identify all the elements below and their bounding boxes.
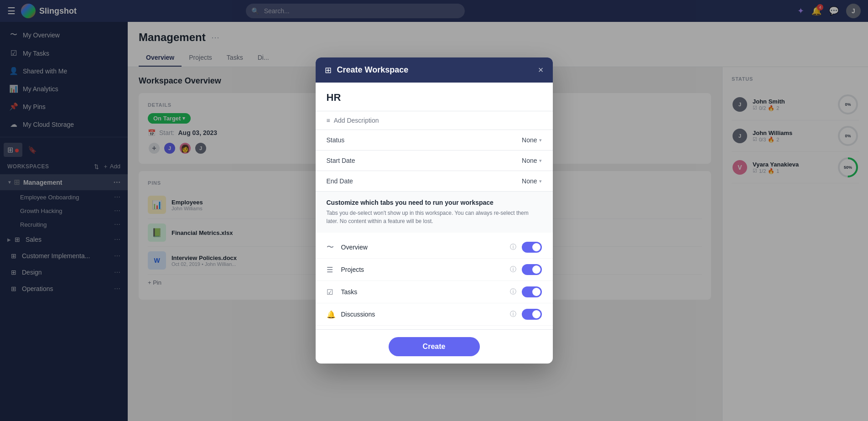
modal-tab-item-discussions: 🔔 Discussions ⓘ <box>316 303 553 326</box>
add-description-label: Add Description <box>334 117 379 124</box>
modal-tabs-section: 〜 Overview ⓘ ☰ Projects ⓘ ☑ Tasks ⓘ <box>316 233 553 329</box>
start-date-field-label: Start Date <box>327 157 522 164</box>
discussions-tab-icon: 🔔 <box>327 310 341 319</box>
overview-toggle[interactable] <box>522 242 542 253</box>
projects-toggle[interactable] <box>522 264 542 275</box>
modal-overlay[interactable]: ⊞ Create Workspace × HR ≡ Add Descriptio… <box>0 0 868 421</box>
customize-desc: Tabs you de-select won't show up in this… <box>327 209 542 225</box>
workspace-name-section: HR <box>316 83 553 111</box>
projects-tab-icon: ☰ <box>327 265 341 274</box>
projects-tab-label: Projects <box>341 266 510 273</box>
overview-tab-icon: 〜 <box>327 243 341 252</box>
start-date-field-value[interactable]: None ▾ <box>522 157 541 164</box>
tasks-tab-label: Tasks <box>341 288 510 296</box>
modal-tab-item-projects: ☰ Projects ⓘ <box>316 259 553 281</box>
modal-footer: Create <box>316 329 553 364</box>
create-workspace-modal: ⊞ Create Workspace × HR ≡ Add Descriptio… <box>316 57 553 364</box>
projects-info-icon[interactable]: ⓘ <box>510 265 516 274</box>
status-field-value[interactable]: None ▾ <box>522 136 541 144</box>
overview-tab-label: Overview <box>341 244 510 251</box>
description-icon: ≡ <box>327 117 330 124</box>
status-caret-icon: ▾ <box>539 137 542 143</box>
modal-title: Create Workspace <box>337 65 533 75</box>
discussions-info-icon[interactable]: ⓘ <box>510 310 516 318</box>
status-field-label: Status <box>327 136 522 144</box>
discussions-toggle[interactable] <box>522 309 542 320</box>
end-date-field: End Date None ▾ <box>316 171 553 192</box>
discussions-tab-label: Discussions <box>341 311 510 318</box>
customize-title: Customize which tabs you need to run you… <box>327 199 542 206</box>
modal-close-button[interactable]: × <box>538 65 544 75</box>
start-date-caret-icon: ▾ <box>539 158 542 164</box>
end-date-field-label: End Date <box>327 177 522 185</box>
modal-tab-item-tasks: ☑ Tasks ⓘ <box>316 281 553 303</box>
tasks-info-icon[interactable]: ⓘ <box>510 288 516 296</box>
workspace-name-input[interactable]: HR <box>327 92 542 104</box>
start-date-value: None <box>522 157 537 164</box>
modal-layers-icon: ⊞ <box>325 65 332 75</box>
modal-body: HR ≡ Add Description Status None ▾ Start… <box>316 83 553 329</box>
add-description-row[interactable]: ≡ Add Description <box>316 111 553 130</box>
start-date-field: Start Date None ▾ <box>316 151 553 171</box>
modal-tab-item-overview: 〜 Overview ⓘ <box>316 236 553 259</box>
overview-info-icon[interactable]: ⓘ <box>510 243 516 251</box>
end-date-value: None <box>522 177 537 185</box>
create-workspace-button[interactable]: Create <box>389 337 480 356</box>
modal-header: ⊞ Create Workspace × <box>316 57 553 83</box>
end-date-field-value[interactable]: None ▾ <box>522 177 541 185</box>
status-value: None <box>522 136 537 144</box>
end-date-caret-icon: ▾ <box>539 178 542 184</box>
tasks-toggle[interactable] <box>522 286 542 297</box>
tasks-tab-icon: ☑ <box>327 288 341 296</box>
status-field: Status None ▾ <box>316 130 553 151</box>
customize-section: Customize which tabs you need to run you… <box>316 192 553 233</box>
